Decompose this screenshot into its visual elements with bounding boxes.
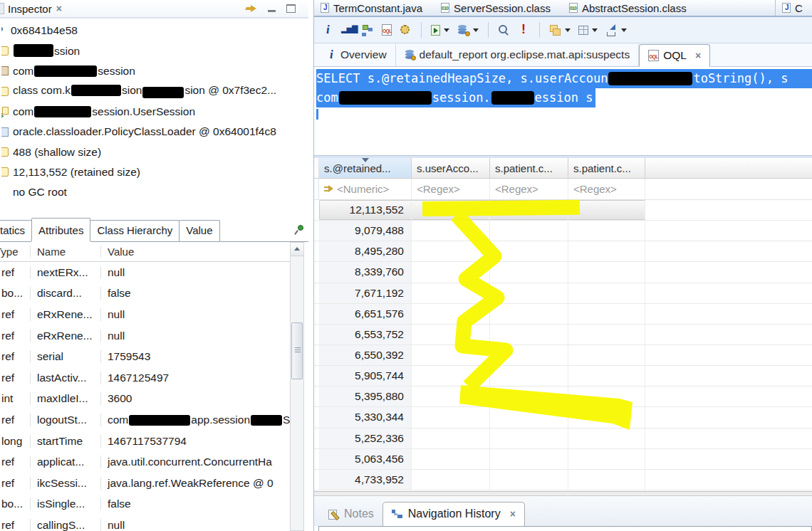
table-row[interactable]: 5,252,336 [314, 429, 812, 449]
report-icon [405, 49, 415, 61]
java-file-icon [782, 3, 791, 13]
tab-class-hierarchy[interactable]: Class Hierarchy [90, 220, 179, 241]
inspector-item[interactable]: 488 (shallow size) [1, 142, 306, 162]
results-filter-cell[interactable]: <Regex> [412, 179, 490, 199]
pin-icon[interactable] [293, 225, 303, 235]
table-row[interactable]: 9,079,488 [314, 221, 812, 241]
tab-default-report[interactable]: default_report org.eclipse.mat.api:suspe… [396, 43, 640, 66]
table-row[interactable]: 12,113,552 [314, 200, 812, 221]
tab-statics[interactable]: Statics [0, 220, 32, 241]
inspector-item[interactable]: oracle.classloader.PolicyClassLoader @ 0… [1, 122, 306, 142]
results-column-header[interactable]: s.patient.c... [490, 158, 568, 178]
result-patient-cell-1 [490, 429, 568, 448]
table-row[interactable]: 5,330,344 [314, 407, 812, 428]
results-column-header[interactable]: s.userAcco... [412, 158, 490, 178]
minimize-icon[interactable] [268, 10, 276, 12]
attribute-row[interactable]: refcallingS...null [0, 515, 290, 531]
inspector-item[interactable]: class com.ksionsion @ 0x7f3ec2... [1, 81, 306, 101]
chevron-down-icon[interactable] [444, 28, 449, 32]
inspector-item[interactable]: 12,113,552 (retained size) [1, 162, 306, 182]
column-header-type[interactable]: Type [0, 246, 31, 258]
attribute-value: java.lang.ref.WeakReference @ 0 [101, 477, 290, 490]
table-row[interactable]: 6,553,752 [314, 325, 812, 345]
close-icon[interactable]: × [56, 4, 62, 14]
attribute-row[interactable]: reflogoutSt...comapp.sessionSe [0, 409, 290, 431]
tab-oql[interactable]: OQL × [639, 44, 710, 67]
table-row[interactable]: 5,395,880 [314, 387, 812, 407]
results-filter-cell[interactable]: <Regex> [490, 179, 568, 199]
heap-objects-button[interactable] [457, 24, 479, 36]
attribute-row[interactable]: bo...discard...false [0, 283, 290, 305]
attribute-row[interactable]: longstartTime1467117537794 [0, 431, 290, 452]
redaction-mark [34, 106, 91, 117]
table-row[interactable]: 5,063,456 [314, 449, 812, 470]
chevron-down-icon[interactable] [565, 28, 571, 32]
leak-suspects-button[interactable] [518, 24, 530, 36]
table-row[interactable]: 6,550,392 [314, 345, 812, 366]
attribute-row[interactable]: refeRxRene...null [0, 304, 290, 325]
attribute-row[interactable]: intmaxIdleI...3600 [0, 389, 290, 410]
editor-tab[interactable]: ServerSession.class [434, 0, 563, 16]
scroll-up-icon[interactable] [291, 243, 303, 256]
oql-button[interactable] [382, 24, 392, 36]
tab-overview[interactable]: Overview [317, 43, 396, 66]
attribute-row[interactable]: refnextERx...null [0, 262, 290, 283]
link-with-editor-icon[interactable] [246, 4, 257, 13]
attribute-row[interactable]: refeRxRene...null [0, 325, 290, 347]
horizontal-sash[interactable] [314, 491, 812, 496]
editor-tab[interactable]: TermConstant.java [314, 0, 434, 16]
tab-navigation-history[interactable]: Navigation History × [382, 502, 525, 526]
dominator-tree-button[interactable] [362, 24, 374, 36]
column-header-name[interactable]: Name [31, 246, 101, 258]
maximize-icon[interactable] [286, 4, 296, 13]
histogram-button[interactable] [342, 24, 354, 36]
chevron-down-icon[interactable] [621, 28, 627, 32]
run-report-button[interactable] [431, 25, 449, 36]
export-button[interactable] [605, 24, 627, 36]
inspector-item[interactable]: comsession.UserSession [1, 102, 306, 122]
results-filter-cell[interactable]: <Regex> [568, 179, 645, 199]
oql-query-line-2[interactable]: comsession.ession s [316, 88, 812, 107]
attribute-row[interactable]: refserial1759543 [0, 346, 290, 367]
oql-query-line-1[interactable]: SELECT s.@retainedHeapSize, s.userAccoun… [316, 69, 812, 88]
attribute-row[interactable]: refapplicat...java.util.concurrent.Concu… [0, 451, 290, 473]
results-column-header[interactable]: s.@retained... [319, 158, 412, 178]
inspector-item[interactable]: comsession [1, 61, 306, 81]
results-filter-cell[interactable]: <Numeric> [319, 179, 412, 199]
attribute-row[interactable]: reflastActiv...1467125497 [0, 367, 290, 389]
redaction-mark [71, 85, 121, 96]
oql-results-table: s.@retained...s.userAcco...s.patient.c..… [314, 155, 812, 491]
oql-query-editor[interactable]: SELECT s.@retainedHeapSize, s.userAccoun… [314, 67, 812, 153]
table-row[interactable]: 8,339,760 [314, 262, 812, 283]
close-icon[interactable]: × [510, 509, 516, 519]
filter-placeholder: <Regex> [495, 183, 538, 195]
editor-tab[interactable]: C [775, 0, 812, 16]
row-cells: 5,905,744 [319, 366, 645, 386]
info-button[interactable] [322, 24, 334, 36]
results-column-header[interactable]: s.patient.c... [568, 158, 645, 178]
group-objects-button[interactable] [549, 24, 571, 36]
attribute-row[interactable]: refikcSessi...java.lang.ref.WeakReferenc… [0, 473, 290, 494]
settings-button[interactable] [400, 24, 412, 36]
scrollbar[interactable] [290, 242, 304, 531]
tab-notes[interactable]: Notes [320, 503, 382, 526]
inspector-item[interactable]: no GC root [1, 182, 306, 202]
table-row[interactable]: 8,495,280 [314, 241, 812, 262]
chevron-down-icon[interactable] [473, 28, 479, 32]
table-row[interactable]: 4,733,952 [314, 470, 812, 490]
editor-tab[interactable]: AbstractSession.class [563, 0, 699, 16]
table-row[interactable]: 5,905,744 [314, 366, 812, 387]
scrollbar-thumb[interactable] [291, 322, 303, 379]
attribute-row[interactable]: bo...isSingle...false [0, 494, 290, 515]
table-row[interactable]: 6,651,576 [314, 304, 812, 325]
chevron-down-icon[interactable] [592, 28, 598, 32]
table-row[interactable]: 7,671,192 [314, 283, 812, 304]
tab-attributes[interactable]: Attributes [31, 218, 90, 241]
column-header-value[interactable]: Value [101, 246, 290, 258]
close-icon[interactable]: × [695, 51, 701, 61]
calculator-button[interactable] [578, 26, 598, 35]
inspector-item[interactable]: 0x6841b4e58 [1, 21, 306, 41]
inspector-item[interactable]: ssion [1, 41, 306, 61]
tab-value[interactable]: Value [179, 220, 219, 241]
search-button[interactable] [498, 24, 510, 36]
